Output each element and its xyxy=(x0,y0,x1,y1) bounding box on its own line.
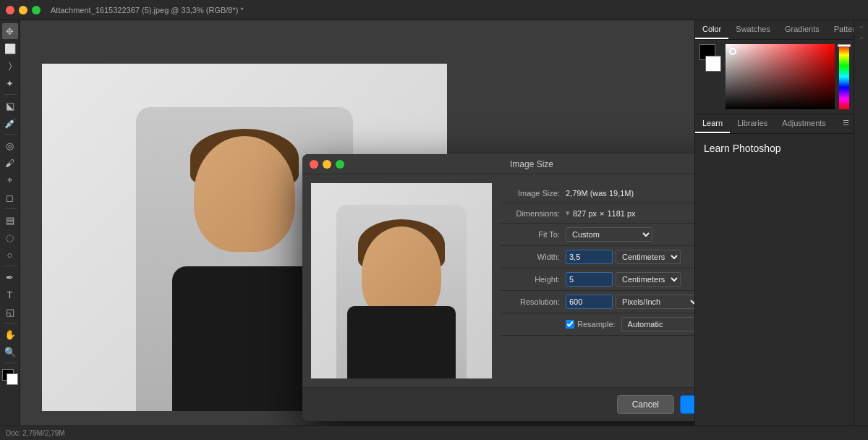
gradient-overlay xyxy=(726,44,835,109)
image-size-dialog: Image Size xyxy=(302,154,694,421)
resolution-unit-select[interactable]: Pixels/Inch Pixels/Centimeter xyxy=(616,295,694,309)
tab-libraries[interactable]: Libraries xyxy=(730,114,775,133)
tab-adjustments[interactable]: Adjustments xyxy=(775,114,833,133)
learn-title: Learn Photoshop xyxy=(704,143,845,154)
dialog-maximize-btn[interactable] xyxy=(336,160,344,169)
ok-button[interactable]: OK xyxy=(680,395,694,414)
learn-tabs: Learn Libraries Adjustments ☰ xyxy=(695,114,854,134)
resolution-label: Resolution: xyxy=(501,297,566,306)
document-title: Attachment_1615322367 (5).jpeg @ 33,3% (… xyxy=(51,6,244,14)
tab-gradients[interactable]: Gradients xyxy=(778,20,827,39)
maximize-btn[interactable] xyxy=(32,6,41,14)
brush-tool[interactable]: 🖌 xyxy=(2,155,18,171)
dimensions-height: 1181 px xyxy=(607,209,635,218)
background-color[interactable] xyxy=(705,56,721,72)
status-doc-info: Doc: 2,79M/2,79M xyxy=(6,429,65,437)
resample-group: Resample: Automatic Preserve Details Bic… xyxy=(566,317,694,331)
mini-panel-btn-1[interactable]: › xyxy=(858,23,865,31)
divider-4 xyxy=(4,266,17,266)
dialog-form: Image Size: 2,79M (was 19,1M) ⚙ Dimensio… xyxy=(501,183,694,378)
color-gradient-picker[interactable] xyxy=(726,44,835,109)
dimensions-dropdown-icon[interactable]: ▾ xyxy=(566,208,570,218)
resample-checkbox[interactable] xyxy=(566,320,574,329)
tab-learn[interactable]: Learn xyxy=(695,114,730,133)
color-panel: Color Swatches Gradients Patterns ☰ xyxy=(695,20,854,114)
resample-select[interactable]: Automatic Preserve Details Bicubic Sharp… xyxy=(621,317,694,331)
status-bar: Doc: 2,79M/2,79M xyxy=(0,426,868,440)
image-size-row: Image Size: 2,79M (was 19,1M) ⚙ xyxy=(501,183,694,203)
dimensions-width: 827 px xyxy=(573,209,597,218)
learn-panel: Learn Libraries Adjustments ☰ Learn Phot… xyxy=(695,114,854,426)
fit-to-select[interactable]: Custom Original Size Screen Resolution 7… xyxy=(566,227,652,242)
fit-to-label: Fit To: xyxy=(501,230,566,239)
hue-cursor[interactable] xyxy=(838,44,851,47)
width-height-inputs: Width: Centimeters Pixels Inches H xyxy=(501,246,694,291)
mini-panel-btn-2[interactable]: › xyxy=(858,34,865,42)
minimize-btn[interactable] xyxy=(19,6,27,14)
width-unit-select[interactable]: Centimeters Pixels Inches xyxy=(616,250,681,264)
clone-stamp-tool[interactable]: ⌖ xyxy=(2,172,18,188)
crop-tool[interactable]: ⬕ xyxy=(2,98,18,114)
zoom-tool[interactable]: 🔍 xyxy=(2,344,18,360)
dimensions-label: Dimensions: xyxy=(501,209,566,218)
blur-tool[interactable]: ◌ xyxy=(2,229,18,245)
close-btn[interactable] xyxy=(6,6,14,14)
hand-tool[interactable]: ✋ xyxy=(2,326,18,342)
dialog-title: Image Size xyxy=(349,159,694,169)
fit-to-row: Fit To: Custom Original Size Screen Reso… xyxy=(501,224,694,246)
width-input[interactable] xyxy=(566,250,613,264)
learn-panel-menu-btn[interactable]: ☰ xyxy=(838,114,854,133)
head-main xyxy=(194,136,295,252)
tab-color[interactable]: Color xyxy=(695,20,728,39)
dimensions-value: ▾ 827 px × 1181 px xyxy=(566,208,636,218)
width-label: Width: xyxy=(501,253,566,261)
resample-row: Resample: Automatic Preserve Details Bic… xyxy=(501,313,694,336)
tab-swatches[interactable]: Swatches xyxy=(728,20,778,39)
foreground-color-swatch[interactable] xyxy=(2,369,18,385)
resolution-input[interactable] xyxy=(566,295,613,309)
dialog-close-btn[interactable] xyxy=(310,160,318,169)
dimensions-row: Dimensions: ▾ 827 px × 1181 px xyxy=(501,203,694,224)
hue-strip[interactable] xyxy=(839,44,849,109)
dimensions-x: × xyxy=(600,209,604,218)
move-tool[interactable]: ✥ xyxy=(2,23,18,39)
pen-tool[interactable]: ✒ xyxy=(2,269,18,285)
height-label: Height: xyxy=(501,275,566,284)
divider-5 xyxy=(4,323,17,323)
width-row: Width: Centimeters Pixels Inches xyxy=(501,246,694,268)
lasso-tool[interactable]: 〉 xyxy=(2,58,18,74)
color-picker-area xyxy=(695,40,854,114)
divider-2 xyxy=(4,134,17,135)
color-swatches xyxy=(699,44,721,72)
right-panel: Color Swatches Gradients Patterns ☰ xyxy=(694,20,854,426)
spot-heal-tool[interactable]: ◎ xyxy=(2,138,18,153)
canvas-area: Image Size xyxy=(20,20,694,426)
select-rect-tool[interactable]: ⬜ xyxy=(2,41,18,56)
shape-tool[interactable]: ◱ xyxy=(2,304,18,320)
app-title-bar: Attachment_1615322367 (5).jpeg @ 33,3% (… xyxy=(0,0,868,20)
learn-content: Learn Photoshop xyxy=(695,134,854,426)
height-row: Height: Centimeters Pixels Inches xyxy=(501,268,694,291)
height-unit-select[interactable]: Centimeters Pixels Inches xyxy=(616,272,681,287)
resample-label: Resample: xyxy=(577,320,618,329)
height-input[interactable] xyxy=(566,272,613,287)
dialog-minimize-btn[interactable] xyxy=(323,160,331,169)
eraser-tool[interactable]: ◻ xyxy=(2,190,18,206)
color-panel-tabs: Color Swatches Gradients Patterns ☰ xyxy=(695,20,854,40)
dialog-body: Image Size: 2,79M (was 19,1M) ⚙ Dimensio… xyxy=(302,174,694,387)
resolution-row: Resolution: Pixels/Inch Pixels/Centimete… xyxy=(501,291,694,313)
left-toolbar: ✥ ⬜ 〉 ✦ ⬕ 💉 ◎ 🖌 ⌖ ◻ ▤ ◌ ○ ✒ T ◱ ✋ 🔍 xyxy=(0,20,20,426)
dodge-tool[interactable]: ○ xyxy=(2,247,18,263)
gradient-cursor[interactable] xyxy=(729,48,736,55)
body-main xyxy=(172,266,317,411)
eyedropper-tool[interactable]: 💉 xyxy=(2,115,18,131)
magic-wand-tool[interactable]: ✦ xyxy=(2,75,18,91)
text-tool[interactable]: T xyxy=(2,287,18,302)
dialog-titlebar[interactable]: Image Size xyxy=(302,154,694,174)
width-height-group: Width: Centimeters Pixels Inches H xyxy=(501,246,694,291)
gradient-tool[interactable]: ▤ xyxy=(2,212,18,228)
cancel-button[interactable]: Cancel xyxy=(617,395,674,414)
divider-3 xyxy=(4,208,17,209)
preview-image xyxy=(336,205,467,378)
preview-body xyxy=(347,306,456,378)
